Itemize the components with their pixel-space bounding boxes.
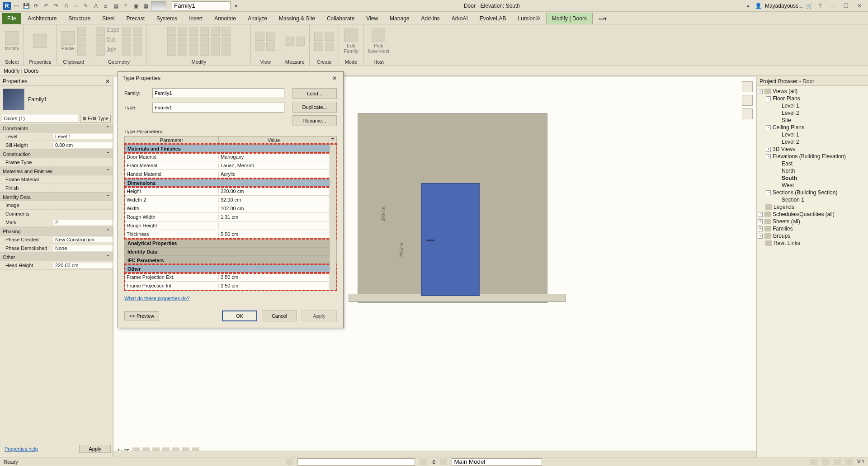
prop-group-materials-and-finishes[interactable]: Materials and Finishes⌃ [0, 167, 113, 175]
tree-node[interactable]: -Elevations (Building Elevation) [758, 153, 867, 160]
prop-group-other[interactable]: Other⌃ [0, 253, 113, 261]
status-ico2[interactable] [822, 459, 829, 465]
prop-row[interactable]: Image [0, 201, 113, 210]
load-button[interactable]: Load... [292, 88, 337, 99]
tab-steel[interactable]: Steel [97, 13, 120, 24]
ribbon-switch-icon[interactable]: ▭▾ [594, 13, 612, 24]
infocenter-back-icon[interactable]: ◂ [743, 1, 752, 10]
horizontal-scrollbar[interactable] [113, 451, 756, 457]
tab-evolvelab[interactable]: EvolveLAB [474, 13, 512, 24]
tree-node[interactable]: -Views (all) [758, 88, 867, 95]
tp-group-dimensions[interactable]: Dimensions⌃ [125, 179, 336, 187]
edit-family-button[interactable]: Edit Family [344, 28, 358, 54]
nav-wheel-icon[interactable] [742, 95, 753, 106]
tree-node[interactable]: Site [758, 117, 867, 124]
prop-row[interactable]: Mark2 [0, 218, 113, 227]
selection-selector[interactable] [2, 114, 78, 123]
qat-redo-icon[interactable]: ↷ [52, 1, 61, 10]
tree-node[interactable]: North [758, 167, 867, 174]
pick-host-button[interactable]: Pick New Host [368, 28, 390, 54]
tp-row[interactable]: Frame Projection Int.2.50 cm [125, 282, 336, 290]
tab-view[interactable]: View [361, 13, 383, 24]
tree-node[interactable]: Section 1 [758, 196, 867, 203]
expander-icon[interactable]: + [758, 226, 763, 231]
app-store-icon[interactable]: 🛒 [805, 1, 814, 10]
qat-aligned-dim-icon[interactable]: ✎ [81, 1, 90, 10]
tp-group-other[interactable]: Other⌃ [125, 264, 336, 273]
tp-group-materials-and-finishes[interactable]: Materials and Finishes⌃ [125, 144, 336, 153]
paste-button[interactable]: Paste [61, 31, 75, 51]
prop-row[interactable]: Frame Type [0, 158, 113, 167]
tab-massing-site[interactable]: Massing & Site [274, 13, 321, 24]
expander-icon[interactable]: + [758, 234, 763, 239]
expander-icon[interactable]: - [766, 154, 771, 159]
qat-undo-icon[interactable]: ↶ [42, 1, 51, 10]
prop-row[interactable]: Sill Height0.00 cm [0, 141, 113, 150]
expander-icon[interactable]: + [758, 219, 763, 224]
tp-row[interactable]: Fram MaterialLauan, Meranti [125, 161, 336, 170]
match-icon[interactable] [77, 47, 86, 56]
prop-row[interactable]: Head Height220.00 cm [0, 261, 113, 270]
expander-icon[interactable]: + [758, 212, 763, 217]
tp-row[interactable]: Thickness5.50 cm [125, 230, 336, 239]
tree-node[interactable]: South [758, 174, 867, 182]
cope-icon[interactable] [96, 27, 105, 36]
tree-node[interactable]: +Groups [758, 232, 867, 240]
cancel-button[interactable]: Cancel [262, 311, 297, 321]
prop-group-constraints[interactable]: Constraints⌃ [0, 124, 113, 132]
tp-row[interactable]: Width102.00 cm [125, 204, 336, 213]
dialog-vscroll[interactable] [330, 145, 336, 290]
qat-door-preview-icon[interactable] [151, 1, 166, 10]
modify-tool-button[interactable]: Modify [5, 31, 19, 51]
qat-filter-icon[interactable]: ▾ [231, 1, 241, 10]
tree-node[interactable]: Level 2 [758, 109, 867, 117]
qat-measure-icon[interactable]: ↔ [71, 1, 80, 10]
prop-group-identity-data[interactable]: Identity Data⌃ [0, 193, 113, 201]
close-button[interactable]: ✕ [854, 1, 865, 10]
status-ico1[interactable] [810, 459, 817, 465]
prop-group-phasing[interactable]: Phasing⌃ [0, 227, 113, 235]
tab-collaborate[interactable]: Collaborate [321, 13, 360, 24]
tree-node[interactable]: West [758, 182, 867, 189]
tree-node[interactable]: East [758, 160, 867, 167]
palette-close-icon[interactable]: ✕ [105, 78, 110, 85]
prop-row[interactable]: Comments [0, 210, 113, 218]
tp-group-analytical-properties[interactable]: Analytical Properties⌃ [125, 239, 336, 247]
prop-row[interactable]: LevelLevel 1 [0, 132, 113, 141]
help-icon[interactable]: ? [816, 1, 825, 10]
tab-lumion-[interactable]: Lumion® [513, 13, 545, 24]
expander-icon[interactable]: - [766, 96, 771, 101]
properties-apply-button[interactable]: Apply [79, 445, 111, 453]
nav-pan-icon[interactable] [742, 108, 753, 119]
prop-row[interactable]: Finish [0, 184, 113, 193]
tab-modify-doors[interactable]: Modify | Doors [546, 13, 593, 24]
tp-row[interactable]: Wideth 292.00 cm [125, 196, 336, 204]
restore-button[interactable]: ❐ [840, 1, 852, 10]
minimize-button[interactable]: — [826, 1, 838, 10]
expander-icon[interactable]: + [766, 147, 771, 152]
tab-precast[interactable]: Precast [121, 13, 150, 24]
qat-open-icon[interactable]: ▭ [12, 1, 21, 10]
col-value-header[interactable]: Value [219, 137, 329, 144]
status-filter-icon[interactable] [420, 459, 427, 465]
status-sel-icon[interactable] [286, 459, 293, 465]
tp-group-ifc-parameters[interactable]: IFC Parameters⌃ [125, 256, 336, 264]
tab-add-ins[interactable]: Add-Ins [415, 13, 445, 24]
rename-button[interactable]: Rename... [292, 115, 337, 126]
ok-button[interactable]: OK [222, 311, 257, 321]
tab-arkoai[interactable]: ArkoAI [446, 13, 473, 24]
prop-row[interactable]: Phase CreatedNew Construction [0, 235, 113, 244]
tab-manage[interactable]: Manage [384, 13, 415, 24]
type-combo[interactable] [152, 103, 284, 113]
dialog-close-button[interactable]: ✕ [330, 74, 339, 82]
tab-systems[interactable]: Systems [151, 13, 183, 24]
cut-clip-icon[interactable] [77, 27, 86, 36]
tp-group-identity-data[interactable]: Identity Data⌃ [125, 247, 336, 256]
family-combo[interactable] [152, 88, 284, 98]
col-equals-header[interactable]: = [329, 137, 336, 144]
tree-node[interactable]: +Schedules/Quantities (all) [758, 211, 867, 218]
family-name[interactable]: Family1 [28, 96, 47, 103]
properties-help-link[interactable]: Properties help [2, 443, 41, 454]
tp-row[interactable]: Height220.00 cm [125, 187, 336, 196]
qat-family-input[interactable] [172, 1, 231, 10]
